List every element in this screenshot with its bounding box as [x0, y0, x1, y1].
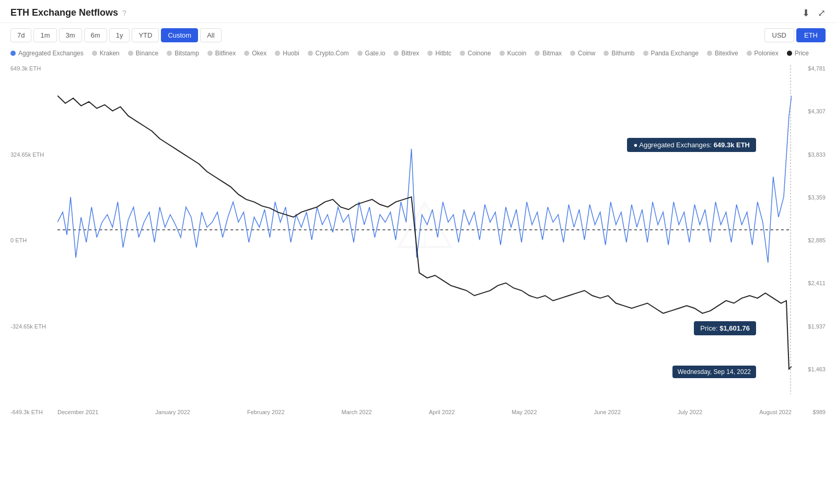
price-label-6: $2,411	[794, 280, 826, 286]
price-label-9: $989	[794, 409, 826, 415]
legend-dot-bitfinex	[207, 51, 213, 56]
legend-dot-price	[787, 51, 792, 56]
help-icon[interactable]: ?	[122, 9, 126, 17]
legend-item-cryptocom[interactable]: Crypto.Com	[308, 50, 349, 57]
legend-item-bitexlive[interactable]: Bitexlive	[707, 50, 738, 57]
main-chart-svg	[57, 65, 792, 394]
download-icon[interactable]: ⬇	[802, 7, 810, 19]
page-title: ETH Exchange Netflows	[10, 7, 118, 18]
page-header: ETH Exchange Netflows ? ⬇ ⤢	[0, 0, 836, 23]
legend-dot-bittrex	[393, 51, 399, 56]
tooltip-date: Wednesday, Sep 14, 2022	[672, 366, 756, 378]
legend-label-okex: Okex	[252, 50, 266, 57]
x-label-jun2022: June 2022	[594, 409, 621, 415]
legend-dot-kraken	[92, 51, 97, 56]
y-label-zero: 0 ETH	[10, 237, 57, 243]
legend-label-cryptocom: Crypto.Com	[316, 50, 349, 57]
x-axis: December 2021 January 2022 February 2022…	[57, 409, 792, 415]
time-btn-3m[interactable]: 3m	[59, 28, 82, 42]
legend-label-huobi: Huobi	[283, 50, 299, 57]
legend-label-bitstamp: Bitstamp	[175, 50, 199, 57]
legend-label-gateio: Gate.io	[365, 50, 386, 57]
legend-item-bitfinex[interactable]: Bitfinex	[207, 50, 236, 57]
time-btn-ytd[interactable]: YTD	[132, 28, 159, 42]
x-label-apr2022: April 2022	[429, 409, 455, 415]
x-label-jan2022: January 2022	[155, 409, 190, 415]
legend-dot-coinw	[570, 51, 575, 56]
currency-btn-eth[interactable]: ETH	[796, 28, 826, 42]
tooltip-date-text: Wednesday, Sep 14, 2022	[678, 368, 751, 376]
legend-item-binance[interactable]: Binance	[128, 50, 158, 57]
legend-label-poloniex: Poloniex	[754, 50, 779, 57]
legend-dot-gateio	[357, 51, 363, 56]
time-btn-6m[interactable]: 6m	[84, 28, 107, 42]
legend-item-pandaexchange[interactable]: Panda Exchange	[643, 50, 699, 57]
legend-item-kucoin[interactable]: Kucoin	[500, 50, 527, 57]
legend-dot-kucoin	[500, 51, 505, 56]
legend-dot-poloniex	[747, 51, 752, 56]
time-btn-1y[interactable]: 1y	[109, 28, 130, 42]
legend-item-bitstamp[interactable]: Bitstamp	[167, 50, 199, 57]
legend-dot-aggregated	[10, 51, 16, 56]
legend-label-kucoin: Kucoin	[507, 50, 527, 57]
legend-dot-hitbtc	[427, 51, 433, 56]
y-label-top: 649.3k ETH	[10, 65, 57, 72]
x-label-aug2022: August 2022	[759, 409, 792, 415]
legend-dot-bitstamp	[167, 51, 172, 56]
legend-label-coinw: Coinw	[578, 50, 595, 57]
legend-label-pandaexchange: Panda Exchange	[651, 50, 699, 57]
legend-dot-binance	[128, 51, 133, 56]
y-label-mid-high: 324.65k ETH	[10, 151, 57, 158]
price-label-4: $3,359	[794, 194, 826, 201]
x-label-dec2021: December 2021	[57, 409, 98, 415]
legend-item-poloniex[interactable]: Poloniex	[747, 50, 779, 57]
legend-label-coinone: Coinone	[468, 50, 491, 57]
legend-item-gateio[interactable]: Gate.io	[357, 50, 386, 57]
tooltip-price-text: Price: $1,601.76	[700, 324, 750, 332]
time-btn-custom[interactable]: Custom	[161, 28, 198, 42]
legend-item-huobi[interactable]: Huobi	[275, 50, 299, 57]
toolbar: 7d 1m 3m 6m 1y YTD Custom All USD ETH	[0, 23, 836, 48]
price-label-3: $3,833	[794, 151, 826, 158]
legend-label-bithumb: Bithumb	[611, 50, 634, 57]
legend-item-price[interactable]: Price	[787, 50, 809, 57]
y-label-mid-low: -324.65k ETH	[10, 323, 57, 330]
legend-item-aggregated[interactable]: Aggregated Exchanges	[10, 50, 84, 57]
price-label-7: $1,937	[794, 323, 826, 330]
price-label-8: $1,463	[794, 366, 826, 372]
legend-item-okex[interactable]: Okex	[244, 50, 266, 57]
tooltip-price: Price: $1,601.76	[694, 321, 756, 335]
legend-item-bithumb[interactable]: Bithumb	[603, 50, 634, 57]
legend-dot-huobi	[275, 51, 280, 56]
legend-label-bitfinex: Bitfinex	[215, 50, 236, 57]
legend-item-coinone[interactable]: Coinone	[460, 50, 491, 57]
y-label-bottom: -649.3k ETH	[10, 409, 57, 415]
x-label-feb2022: February 2022	[247, 409, 285, 415]
price-label-5: $2,885	[794, 237, 826, 243]
chart-legend: Aggregated Exchanges Kraken Binance Bits…	[0, 48, 836, 60]
x-label-mar2022: March 2022	[342, 409, 372, 415]
time-btn-1m[interactable]: 1m	[33, 28, 56, 42]
legend-item-bitmax[interactable]: Bitmax	[535, 50, 562, 57]
legend-item-coinw[interactable]: Coinw	[570, 50, 595, 57]
legend-label-bittrex: Bittrex	[401, 50, 419, 57]
time-btn-all[interactable]: All	[200, 28, 221, 42]
legend-label-binance: Binance	[136, 50, 158, 57]
time-btn-7d[interactable]: 7d	[10, 28, 31, 42]
expand-icon[interactable]: ⤢	[818, 7, 826, 19]
legend-item-hitbtc[interactable]: Hitbtc	[427, 50, 451, 57]
legend-item-kraken[interactable]: Kraken	[92, 50, 120, 57]
chart-area: 649.3k ETH 324.65k ETH 0 ETH -324.65k ET…	[10, 65, 826, 415]
legend-dot-coinone	[460, 51, 465, 56]
legend-label-aggregated: Aggregated Exchanges	[18, 50, 84, 57]
currency-btn-usd[interactable]: USD	[764, 28, 794, 42]
currency-toggle: USD ETH	[764, 28, 826, 42]
legend-dot-okex	[244, 51, 249, 56]
y-axis-left: 649.3k ETH 324.65k ETH 0 ETH -324.65k ET…	[10, 65, 57, 415]
tooltip-agg-text: Aggregated Exchanges: 649.3k ETH	[639, 141, 750, 149]
price-label-2: $4,307	[794, 108, 826, 114]
legend-item-bittrex[interactable]: Bittrex	[393, 50, 419, 57]
x-label-jul2022: July 2022	[678, 409, 702, 415]
legend-label-kraken: Kraken	[100, 50, 120, 57]
legend-label-bitexlive: Bitexlive	[715, 50, 738, 57]
